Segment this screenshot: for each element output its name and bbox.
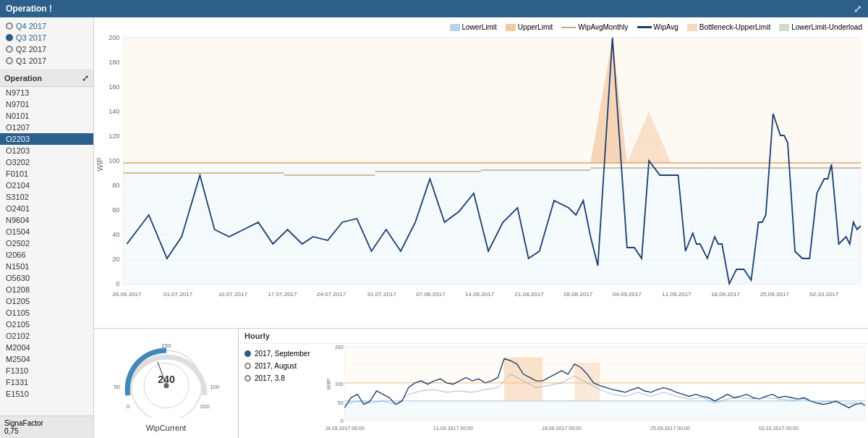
quarter-item-Q2[interactable]: Q2 2017 — [0, 43, 93, 55]
svg-text:100: 100 — [109, 157, 119, 164]
radio-Q3 — [6, 34, 13, 41]
svg-text:07.08.2017: 07.08.2017 — [416, 291, 446, 298]
operation-item-F1331[interactable]: F1331 — [0, 376, 93, 388]
upper-chart: LowerLimit UpperLimit WipAvgMonthly WipA… — [94, 17, 868, 329]
svg-text:40: 40 — [112, 231, 119, 238]
gauge-title: WipCurrent — [146, 424, 187, 432]
svg-rect-75 — [344, 401, 864, 421]
radio-sep — [244, 350, 251, 357]
svg-text:17.07.2017: 17.07.2017 — [268, 291, 297, 298]
legend-line-wip — [637, 26, 652, 28]
svg-text:WIP: WIP — [326, 379, 332, 390]
operation-item-M2004[interactable]: M2004 — [0, 342, 93, 353]
quarter-item-Q1[interactable]: Q1 2017 — [0, 55, 93, 67]
svg-text:150: 150 — [161, 342, 171, 349]
operation-item-O3202[interactable]: O3202 — [0, 156, 93, 168]
operation-item-O1504[interactable]: O1504 — [0, 226, 93, 237]
svg-rect-77 — [574, 363, 600, 401]
radio-Q2 — [6, 46, 13, 53]
operation-item-O1208[interactable]: O1208 — [0, 284, 93, 295]
legend-box-upper — [506, 24, 516, 31]
main-chart-wrapper: 200 180 160 140 120 100 80 60 40 20 0 WI… — [94, 34, 868, 302]
svg-text:25.09.2017: 25.09.2017 — [760, 291, 790, 298]
legend-line-wipm — [561, 27, 576, 28]
operation-item-O2104[interactable]: O2104 — [0, 180, 93, 191]
legend-bottleneck: Bottleneck-UpperLimit — [687, 23, 770, 31]
operation-item-F1310[interactable]: F1310 — [0, 365, 93, 376]
svg-rect-24 — [123, 38, 861, 163]
svg-text:18.09.2017: 18.09.2017 — [711, 291, 741, 298]
lower-section: 150 100 50 0 200 — [94, 329, 868, 438]
signal-factor-value: 0,75 — [4, 427, 18, 435]
legend-lower-limit: LowerLimit — [450, 23, 497, 31]
svg-text:02.10.2017: 02.10.2017 — [809, 291, 839, 298]
gauge-svg: 150 100 50 0 200 — [109, 334, 224, 418]
svg-text:120: 120 — [109, 132, 119, 140]
sidebar: Q4 2017 Q3 2017 Q2 2017 Q1 2017 Operatio — [0, 17, 94, 438]
legend-lower-underload: LowerLimit-Underload — [779, 23, 862, 31]
operation-item-O1105[interactable]: O1105 — [0, 307, 93, 319]
svg-text:26.06.2017: 26.06.2017 — [112, 291, 142, 298]
operation-list[interactable]: N9713N9701N0101O1207O2203O1203O3202F0101… — [0, 87, 93, 416]
chart-legend: LowerLimit UpperLimit WipAvgMonthly WipA… — [94, 20, 868, 34]
page-title: Operation ! — [6, 4, 52, 14]
svg-text:21.08.2017: 21.08.2017 — [514, 291, 544, 298]
operation-item-O2502[interactable]: O2502 — [0, 237, 93, 249]
hourly-header: Hourly — [239, 329, 868, 344]
svg-text:04.09.2017: 04.09.2017 — [613, 291, 642, 298]
svg-text:50: 50 — [338, 399, 344, 405]
svg-text:0: 0 — [126, 403, 129, 410]
operation-item-E1510[interactable]: E1510 — [0, 388, 93, 400]
signal-factor-section: SignaFactor 0,75 — [0, 416, 93, 438]
operation-item-O2401[interactable]: O2401 — [0, 203, 93, 214]
svg-text:0: 0 — [341, 417, 344, 424]
operation-item-O1203[interactable]: O1203 — [0, 145, 93, 156]
hourly-series-aug[interactable]: 2017, August — [244, 362, 320, 370]
operation-item-O2105[interactable]: O2105 — [0, 319, 93, 330]
operation-item-O1207[interactable]: O1207 — [0, 122, 93, 133]
operation-item-N9604[interactable]: N9604 — [0, 214, 93, 226]
legend-wip-avg: WipAvg — [637, 23, 678, 31]
hourly-chart-svg: 200 100 50 0 WIP — [326, 344, 868, 438]
operation-item-N1501[interactable]: N1501 — [0, 261, 93, 272]
svg-text:50: 50 — [114, 384, 120, 390]
operation-item-N9701[interactable]: N9701 — [0, 98, 93, 110]
legend-upper-limit: UpperLimit — [506, 23, 553, 31]
svg-text:10.07.2017: 10.07.2017 — [218, 291, 248, 298]
svg-text:20: 20 — [112, 256, 119, 263]
operation-item-M2504[interactable]: M2504 — [0, 353, 93, 365]
svg-rect-74 — [344, 347, 864, 383]
operation-item-S3102[interactable]: S3102 — [0, 191, 93, 203]
svg-text:28.08.2017: 28.08.2017 — [563, 291, 593, 298]
operation-label: Operation — [4, 74, 42, 83]
hourly-series-sep[interactable]: 2017, September — [244, 350, 320, 358]
svg-text:200: 200 — [200, 403, 210, 410]
operation-item-I2066[interactable]: I2066 — [0, 249, 93, 261]
svg-text:0: 0 — [116, 280, 119, 287]
hourly-content: 2017, September 2017, August 2017, 3.8 — [239, 344, 868, 438]
radio-38 — [244, 375, 251, 382]
operation-item-N0101[interactable]: N0101 — [0, 110, 93, 122]
quarter-list: Q4 2017 Q3 2017 Q2 2017 Q1 2017 — [0, 17, 93, 70]
svg-text:100: 100 — [335, 380, 344, 387]
operation-item-O1205[interactable]: O1205 — [0, 295, 93, 307]
resize-icon[interactable]: ⤢ — [82, 73, 89, 83]
quarter-item-Q4[interactable]: Q4 2017 — [0, 20, 93, 32]
hourly-series-38[interactable]: 2017, 3.8 — [244, 374, 320, 382]
operation-item-O2203[interactable]: O2203 — [0, 133, 93, 145]
svg-text:01.07.2017: 01.07.2017 — [163, 291, 193, 298]
svg-text:11.09.2017 00:00: 11.09.2017 00:00 — [433, 425, 473, 431]
main-chart-svg: 200 180 160 140 120 100 80 60 40 20 0 WI… — [94, 34, 868, 302]
svg-rect-76 — [504, 358, 542, 401]
operation-item-F0101[interactable]: F0101 — [0, 168, 93, 180]
operation-item-O5630[interactable]: O5630 — [0, 272, 93, 284]
svg-text:80: 80 — [112, 182, 119, 189]
operation-item-N9713[interactable]: N9713 — [0, 87, 93, 98]
legend-box-bottleneck — [687, 24, 697, 31]
svg-text:180: 180 — [109, 59, 119, 66]
expand-icon[interactable]: ⤢ — [854, 3, 862, 14]
hourly-legend: 2017, September 2017, August 2017, 3.8 — [239, 344, 326, 438]
hourly-chart-wrapper: 200 100 50 0 WIP — [326, 344, 868, 438]
operation-item-O2102[interactable]: O2102 — [0, 330, 93, 342]
quarter-item-Q3[interactable]: Q3 2017 — [0, 32, 93, 43]
